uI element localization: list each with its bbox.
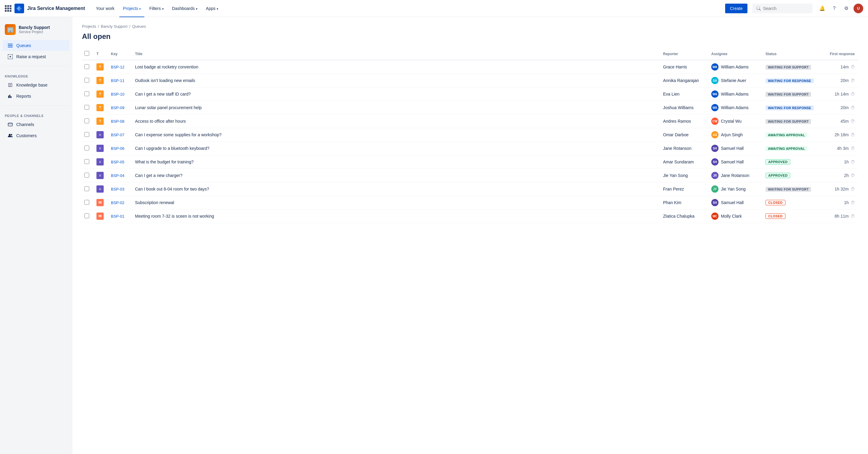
row-type: ≡ bbox=[93, 155, 107, 169]
help-button[interactable]: ? bbox=[830, 4, 839, 13]
row-checkbox-0[interactable] bbox=[84, 64, 89, 69]
issue-title: Can I get a new charger? bbox=[135, 173, 182, 178]
issue-key-link[interactable]: BSP-09 bbox=[111, 105, 124, 110]
select-all-checkbox[interactable] bbox=[84, 51, 89, 56]
row-checkbox-11[interactable] bbox=[84, 213, 89, 218]
row-checkbox-cell bbox=[82, 128, 93, 142]
main-content: Projects / Bancly Support / Queues All o… bbox=[72, 17, 868, 454]
row-checkbox-7[interactable] bbox=[84, 159, 89, 164]
type-icon: ? bbox=[96, 90, 104, 98]
clock-icon: ⏱ bbox=[850, 78, 855, 83]
user-avatar[interactable]: U bbox=[854, 4, 863, 13]
issue-key-link[interactable]: BSP-11 bbox=[111, 79, 124, 83]
search-input[interactable] bbox=[763, 6, 808, 11]
sidebar-item-channels[interactable]: Channels bbox=[2, 119, 70, 130]
issue-title: Outlook isn't loading new emails bbox=[135, 78, 195, 83]
nav-projects[interactable]: Projects bbox=[119, 4, 145, 13]
search-bar[interactable] bbox=[752, 4, 812, 13]
issue-key-link[interactable]: BSP-01 bbox=[111, 214, 124, 218]
assignee-name: Crystal Wu bbox=[721, 119, 741, 124]
issue-key-link[interactable]: BSP-08 bbox=[111, 119, 124, 124]
row-checkbox-cell bbox=[82, 74, 93, 87]
topnav-icons: 🔔 ? ⚙ U bbox=[817, 4, 863, 13]
settings-button[interactable]: ⚙ bbox=[841, 4, 851, 13]
row-response: 20m ⏱ bbox=[822, 74, 858, 87]
type-icon: ? bbox=[96, 104, 104, 111]
issue-key-link[interactable]: BSP-06 bbox=[111, 146, 124, 151]
row-status: WAITING FOR SUPPORT bbox=[762, 87, 822, 101]
status-badge: WAITING FOR SUPPORT bbox=[766, 119, 811, 124]
row-reporter: Phan Kim bbox=[659, 196, 708, 210]
assignee-avatar: WA bbox=[711, 90, 718, 98]
assignee-avatar: JY bbox=[711, 185, 718, 193]
assignee-cell: CW Crystal Wu bbox=[711, 118, 758, 125]
response-time: 8h 11m bbox=[835, 214, 849, 218]
row-checkbox-cell bbox=[82, 155, 93, 169]
clock-icon: ⏱ bbox=[850, 119, 855, 124]
notifications-button[interactable]: 🔔 bbox=[817, 4, 827, 13]
response-time: 4h 3m bbox=[837, 146, 849, 151]
status-badge: APPROVED bbox=[766, 159, 790, 164]
waffle-menu-icon[interactable] bbox=[5, 5, 11, 12]
issues-table: T Key Title Reporter Assignee Status Fir… bbox=[82, 48, 858, 223]
status-badge: CLOSED bbox=[766, 213, 785, 219]
row-key: BSP-03 bbox=[107, 182, 131, 196]
breadcrumb-bancly-support[interactable]: Bancly Support bbox=[101, 24, 127, 29]
issue-key-link[interactable]: BSP-10 bbox=[111, 92, 124, 96]
response-time: 2h 18m bbox=[835, 132, 849, 137]
customers-label: Customers bbox=[16, 133, 37, 138]
sidebar-item-knowledge-base[interactable]: Knowledge base bbox=[2, 80, 70, 90]
row-checkbox-1[interactable] bbox=[84, 78, 89, 83]
issue-key-link[interactable]: BSP-02 bbox=[111, 201, 124, 205]
row-assignee: SH Samuel Hall bbox=[708, 155, 762, 169]
row-checkbox-5[interactable] bbox=[84, 132, 89, 137]
channels-label: Channels bbox=[16, 122, 34, 127]
create-button[interactable]: Create bbox=[725, 4, 747, 13]
table-row: ≡ BSP-04 Can I get a new charger? Jie Ya… bbox=[82, 169, 858, 182]
sidebar-item-raise-request[interactable]: Raise a request bbox=[2, 51, 70, 62]
row-checkbox-2[interactable] bbox=[84, 91, 89, 96]
type-icon: ≡ bbox=[96, 185, 104, 193]
reporter-name: Eva Lien bbox=[663, 92, 679, 96]
issue-key-link[interactable]: BSP-03 bbox=[111, 187, 124, 191]
app-logo[interactable]: Jira Service Management bbox=[5, 4, 85, 13]
row-checkbox-3[interactable] bbox=[84, 105, 89, 110]
clock-icon: ⏱ bbox=[850, 92, 855, 96]
response-cell: 45m ⏱ bbox=[826, 119, 855, 124]
row-checkbox-6[interactable] bbox=[84, 146, 89, 150]
row-checkbox-8[interactable] bbox=[84, 173, 89, 178]
row-checkbox-4[interactable] bbox=[84, 119, 89, 123]
nav-filters[interactable]: Filters bbox=[146, 4, 167, 13]
row-checkbox-9[interactable] bbox=[84, 186, 89, 191]
row-checkbox-10[interactable] bbox=[84, 200, 89, 205]
row-assignee: SH Samuel Hall bbox=[708, 196, 762, 210]
response-time: 1h 32m bbox=[835, 187, 849, 191]
project-type: Service Project bbox=[19, 30, 50, 34]
row-title: Can I expense some supplies for a worksh… bbox=[131, 128, 659, 142]
issue-title: Meeting room 7-32 is sceen is not workin… bbox=[135, 214, 214, 218]
assignee-avatar: SH bbox=[711, 158, 718, 165]
row-checkbox-cell bbox=[82, 115, 93, 128]
nav-apps[interactable]: Apps bbox=[202, 4, 222, 13]
row-assignee: WA William Adams bbox=[708, 87, 762, 101]
issue-key-link[interactable]: BSP-05 bbox=[111, 160, 124, 164]
sidebar-item-queues[interactable]: Queues bbox=[2, 40, 70, 51]
row-key: BSP-11 bbox=[107, 74, 131, 87]
nav-dashboards[interactable]: Dashboards bbox=[168, 4, 201, 13]
row-status: CLOSED bbox=[762, 196, 822, 210]
row-status: WAITING FOR RESPONSE bbox=[762, 101, 822, 115]
breadcrumb-projects[interactable]: Projects bbox=[82, 24, 96, 29]
nav-your-work[interactable]: Your work bbox=[92, 4, 118, 13]
issue-title: Can I upgrade to a bluetooth keyboard? bbox=[135, 146, 210, 151]
sidebar-item-reports[interactable]: Reports bbox=[2, 91, 70, 101]
issue-key-link[interactable]: BSP-04 bbox=[111, 173, 124, 178]
issue-key-link[interactable]: BSP-12 bbox=[111, 65, 124, 69]
assignee-avatar: SA bbox=[711, 77, 718, 84]
row-status: WAITING FOR SUPPORT bbox=[762, 60, 822, 74]
raise-request-icon bbox=[7, 54, 13, 60]
sidebar-item-customers[interactable]: Customers bbox=[2, 130, 70, 141]
issue-key-link[interactable]: BSP-07 bbox=[111, 133, 124, 137]
assignee-name: Samuel Hall bbox=[721, 159, 744, 164]
row-response: 14m ⏱ bbox=[822, 60, 858, 74]
row-key: BSP-06 bbox=[107, 142, 131, 155]
